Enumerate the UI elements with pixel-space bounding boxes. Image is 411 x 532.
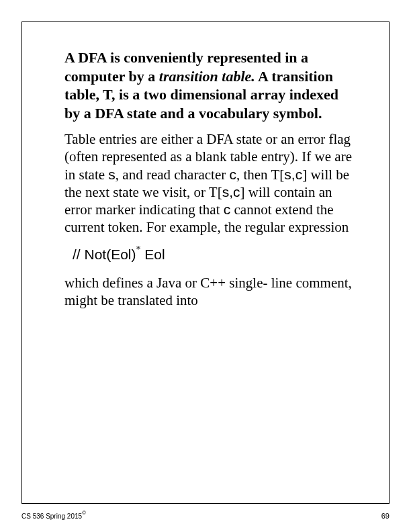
paragraph-outro: which defines a Java or C++ single- line… xyxy=(64,274,356,310)
not-eol: Not(Eol) xyxy=(81,247,136,262)
footer-course: CS 536 Spring 2015© xyxy=(21,511,86,520)
page-number: 69 xyxy=(381,512,390,520)
var-s: s xyxy=(108,167,116,182)
double-slash: // xyxy=(73,247,81,262)
paragraph-intro: A DFA is conveniently represented in a c… xyxy=(64,48,356,122)
text-segment: , then T[ xyxy=(236,167,284,183)
var-c: c xyxy=(224,202,231,217)
copyright-icon: © xyxy=(82,510,86,516)
regex-expression: // Not(Eol)* Eol xyxy=(73,246,356,263)
course-label: CS 536 Spring 2015 xyxy=(21,513,82,520)
paragraph-body: Table entries are either a DFA state or … xyxy=(64,130,356,236)
kleene-star: * xyxy=(136,245,141,255)
var-s: s xyxy=(284,167,291,182)
var-s: s xyxy=(222,184,230,200)
var-c: c xyxy=(233,184,240,200)
eol: Eol xyxy=(141,247,165,262)
term-transition-table: transition table. xyxy=(159,68,255,85)
text-segment: , and read character xyxy=(116,167,230,183)
var-c: c xyxy=(229,167,236,182)
var-c: c xyxy=(295,167,303,182)
slide-content: A DFA is conveniently represented in a c… xyxy=(64,48,356,318)
